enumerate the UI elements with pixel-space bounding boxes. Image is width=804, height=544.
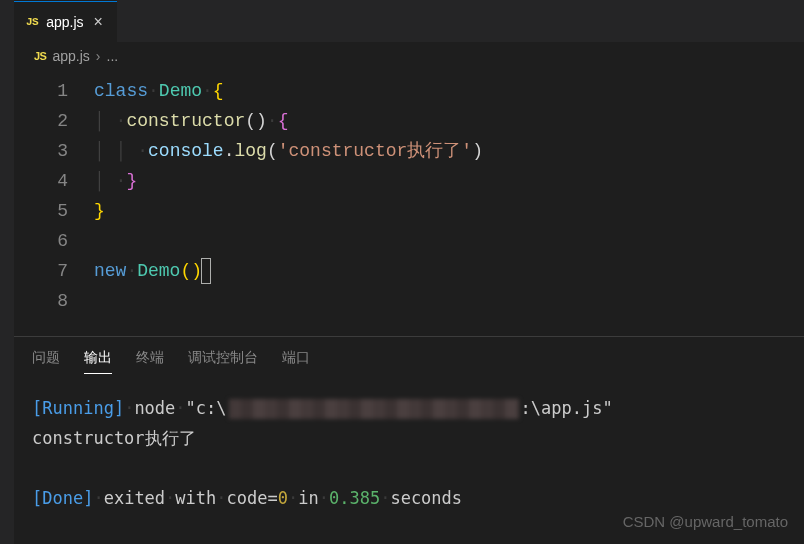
editor-tabs-bar: JS app.js × bbox=[14, 0, 804, 42]
line-number: 3 bbox=[14, 136, 68, 166]
breadcrumb-rest: ... bbox=[107, 48, 119, 64]
breadcrumb-file: app.js bbox=[52, 48, 89, 64]
line-number: 4 bbox=[14, 166, 68, 196]
breadcrumb[interactable]: JS app.js › ... bbox=[14, 42, 804, 70]
panel-tab-终端[interactable]: 终端 bbox=[136, 349, 164, 373]
main-area: JS app.js × JS app.js › ... 12345678 cla… bbox=[14, 0, 804, 544]
activity-bar-sliver bbox=[0, 0, 14, 544]
panel-tab-输出[interactable]: 输出 bbox=[84, 349, 112, 374]
line-number: 7 bbox=[14, 256, 68, 286]
close-icon[interactable]: × bbox=[92, 11, 105, 33]
js-file-icon: JS bbox=[34, 50, 46, 62]
cursor bbox=[201, 258, 211, 284]
code-content[interactable]: class·Demo·{│ ·constructor()·{│ │ ·conso… bbox=[94, 76, 804, 336]
panel-tab-端口[interactable]: 端口 bbox=[282, 349, 310, 373]
code-editor[interactable]: 12345678 class·Demo·{│ ·constructor()·{│… bbox=[14, 70, 804, 336]
code-line[interactable]: │ ·constructor()·{ bbox=[94, 106, 804, 136]
code-line[interactable] bbox=[94, 286, 804, 316]
chevron-right-icon: › bbox=[96, 48, 101, 64]
panel-tab-问题[interactable]: 问题 bbox=[32, 349, 60, 373]
line-number: 1 bbox=[14, 76, 68, 106]
code-line[interactable]: } bbox=[94, 196, 804, 226]
panel-tab-调试控制台[interactable]: 调试控制台 bbox=[188, 349, 258, 373]
output-line-log: constructor执行了 bbox=[32, 423, 786, 453]
code-line[interactable]: class·Demo·{ bbox=[94, 76, 804, 106]
code-line[interactable]: │ │ ·console.log('constructor执行了') bbox=[94, 136, 804, 166]
line-number: 8 bbox=[14, 286, 68, 316]
tab-filename: app.js bbox=[46, 14, 83, 30]
censored-path bbox=[229, 399, 519, 419]
line-number: 6 bbox=[14, 226, 68, 256]
output-content[interactable]: [Running]·node·"c:\:\app.js" constructor… bbox=[32, 377, 786, 513]
line-number-gutter: 12345678 bbox=[14, 76, 94, 336]
watermark: CSDN @upward_tomato bbox=[623, 513, 788, 530]
output-blank-line bbox=[32, 453, 786, 483]
output-line-done: [Done]·exited·with·code=0·in·0.385·secon… bbox=[32, 483, 786, 513]
panel-tabs: 问题输出终端调试控制台端口 bbox=[32, 345, 786, 377]
code-line[interactable]: new·Demo() bbox=[94, 256, 804, 286]
line-number: 2 bbox=[14, 106, 68, 136]
output-line-running: [Running]·node·"c:\:\app.js" bbox=[32, 393, 786, 423]
code-line[interactable] bbox=[94, 226, 804, 256]
tab-app-js[interactable]: JS app.js × bbox=[14, 0, 117, 42]
js-file-icon: JS bbox=[26, 16, 38, 28]
line-number: 5 bbox=[14, 196, 68, 226]
code-line[interactable]: │ ·} bbox=[94, 166, 804, 196]
